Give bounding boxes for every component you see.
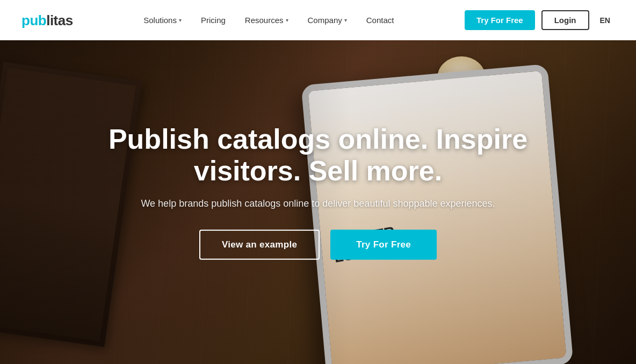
nav-pricing[interactable]: Pricing <box>191 0 235 40</box>
nav-solutions[interactable]: Solutions ▾ <box>134 0 191 40</box>
hero-try-free-button[interactable]: Try For Free <box>330 230 437 260</box>
language-selector[interactable]: EN <box>596 16 615 25</box>
hero-headline: Publish catalogs online. Inspire visitor… <box>87 123 549 187</box>
nav-contact[interactable]: Contact <box>357 0 404 40</box>
nav-company[interactable]: Company ▾ <box>298 0 357 40</box>
hero-subheadline: We help brands publish catalogs online t… <box>87 198 549 209</box>
solutions-chevron-icon: ▾ <box>179 17 182 23</box>
hero-content: Publish catalogs online. Inspire visitor… <box>87 123 549 260</box>
header: publitas Solutions ▾ Pricing Resources ▾… <box>0 0 636 40</box>
login-button[interactable]: Login <box>541 10 589 30</box>
resources-chevron-icon: ▾ <box>286 17 288 23</box>
company-chevron-icon: ▾ <box>344 17 347 23</box>
logo-text: publitas <box>21 12 73 29</box>
header-actions: Try For Free Login EN <box>465 10 615 30</box>
hero-section: SUMMERLOVE Publish catalogs online. Insp… <box>0 40 636 364</box>
nav-resources[interactable]: Resources ▾ <box>235 0 298 40</box>
hero-buttons: View an example Try For Free <box>87 230 549 260</box>
try-for-free-button[interactable]: Try For Free <box>465 10 535 30</box>
main-nav: Solutions ▾ Pricing Resources ▾ Company … <box>134 0 403 40</box>
logo[interactable]: publitas <box>21 12 73 29</box>
view-example-button[interactable]: View an example <box>199 230 320 260</box>
